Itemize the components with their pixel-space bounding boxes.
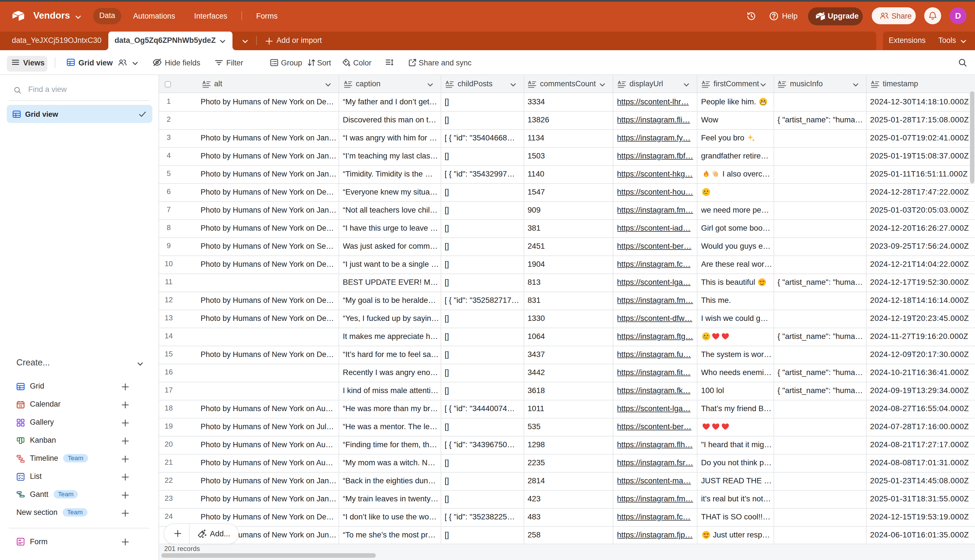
svg-text:31: 31 [19,404,23,408]
